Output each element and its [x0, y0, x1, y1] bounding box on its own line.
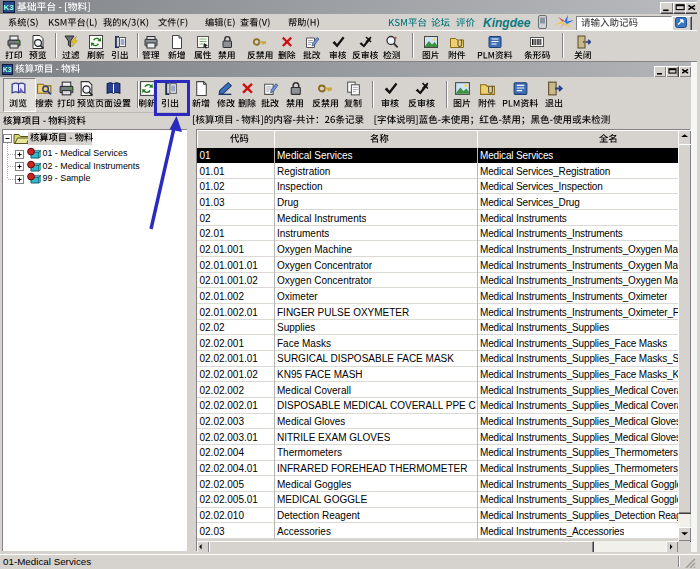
svg-text:K3: K3	[3, 66, 12, 73]
svg-text:K3: K3	[3, 3, 14, 12]
